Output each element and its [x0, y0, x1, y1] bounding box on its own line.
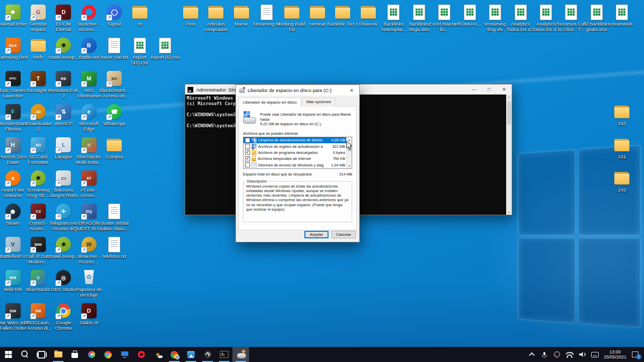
desktop-icon[interactable]: ✱↗crawli.seosp...	[51, 236, 76, 267]
desktop-icon[interactable]: ≡↗BlueStacks	[26, 269, 50, 301]
desktop-icon[interactable]: Papelera de reciclaje	[76, 269, 101, 301]
desktop-icon[interactable]: ⇅↗WinSCP	[51, 104, 76, 135]
desktop-icon[interactable]: 242	[610, 170, 634, 201]
tab-liberador-de-espacio[interactable]: Liberador de espacio en disco	[238, 98, 301, 107]
desktop-icon[interactable]: ◯↗Signal	[102, 4, 127, 35]
desktop-icon[interactable]: Excel maestro lin...	[432, 4, 457, 35]
cleanup-item-row[interactable]: ✓Archivos de programa descargados0 bytes	[244, 149, 346, 155]
taskbar-obs-studio[interactable]	[199, 347, 216, 362]
tray-keyboard-icon[interactable]	[591, 351, 599, 358]
cancelar-button[interactable]: Cancelar	[332, 231, 356, 238]
desktop-icon[interactable]: EPIC↗Epic Games Launcher	[1, 70, 25, 102]
desktop-icon[interactable]: DeX↗Samsung DeX	[1, 37, 25, 68]
taskbar-paint-3d[interactable]	[83, 347, 100, 362]
cmd-scroll-up-icon[interactable]: ▲	[508, 96, 510, 99]
desktop-icon[interactable]: Yo	[127, 4, 152, 35]
desktop-icon[interactable]: B↗Battle.net	[76, 37, 101, 68]
desktop-icon[interactable]: Analytics Todos los d...	[533, 4, 558, 35]
desktop-icon[interactable]: ◎↗OBS Studio	[51, 269, 76, 301]
cmd-scroll-down-icon[interactable]: ▼	[508, 211, 510, 214]
desktop-icon[interactable]: ROMUAL...	[457, 4, 482, 35]
desktop-icon[interactable]: BD↗BlackDesert... - Acceso dir...	[102, 70, 127, 102]
desktop-icon[interactable]: W↗Wow.exe - Acceso ...	[76, 236, 101, 267]
desktop-icon[interactable]: C3↗Crysis3 - Acces...	[26, 203, 50, 234]
taskbar-task-view[interactable]	[33, 347, 50, 362]
action-center-icon[interactable]: 2	[631, 351, 639, 358]
desktop-icon[interactable]: ≡↗BlueStacks Multi-Insta...	[76, 137, 101, 168]
item-checkbox[interactable]: ✓	[245, 156, 250, 161]
desktop-icon[interactable]: hrefs	[26, 37, 50, 68]
taskbar-google-chrome[interactable]	[100, 347, 116, 362]
tray-network-icon[interactable]	[566, 351, 574, 358]
item-checkbox[interactable]	[245, 138, 250, 143]
desktop-icon[interactable]: ◉↗Steam	[1, 203, 25, 234]
taskbar-start[interactable]	[0, 347, 17, 362]
tray-volume-icon[interactable]	[579, 351, 586, 358]
desktop-icon[interactable]: ▭↗Batocera Juegos Retro	[51, 170, 76, 201]
cleanup-item-row[interactable]: Archivos de registro de actualización d.…	[244, 143, 346, 149]
desktop-icon[interactable]: Articulos comprados	[204, 4, 228, 35]
tab-mas-opciones[interactable]: Más opciones	[302, 98, 336, 107]
desktop-icon[interactable]: G↗Genshin Impact	[26, 4, 50, 35]
desktop-icon[interactable]: telefono.txt	[102, 236, 127, 267]
desktop-icon[interactable]: DB↗DBOGLaun... - Acceso di...	[26, 303, 50, 334]
desktop-icon[interactable]: F↗Wondershare Filmora	[1, 104, 25, 135]
desktop-icon[interactable]: Analytics Todos los d...	[508, 4, 533, 35]
desktop-icon[interactable]: Streaming.txt	[255, 4, 279, 35]
desktop-icon[interactable]: JD↗JDownloader 2	[26, 104, 50, 135]
desktop-icon[interactable]: export (41).csv	[127, 37, 152, 68]
desktop-icon[interactable]: Linking Build FB	[280, 4, 304, 35]
desktop-icon[interactable]: e↗Microsoft Edge	[76, 104, 101, 135]
taskbar-disk-cleanup[interactable]	[232, 347, 249, 362]
dialog-titlebar[interactable]: Liberador de espacio en disco para (C:) …	[236, 85, 359, 96]
desktop-icon[interactable]: D↗DOOM Eternal	[51, 4, 76, 35]
desktop-icon[interactable]: ✱↗Screaming Frog SE...	[26, 170, 50, 201]
desktop-icon[interactable]: ✈↗Telegram.exe - Acceso di...	[51, 203, 76, 234]
desktop-icon[interactable]: 241	[610, 137, 634, 168]
desktop-icon[interactable]: V↗Battlefield V	[1, 236, 25, 267]
desktop-icon[interactable]: export (6).csv	[153, 37, 178, 68]
tray-recording-icon[interactable]	[553, 351, 561, 358]
cmd-minimize-button[interactable]: —	[466, 84, 481, 95]
desktop-icon[interactable]: ❖↗balenaEtcher	[1, 4, 25, 35]
desktop-icon[interactable]: ✱↗crawli.seosp...	[51, 37, 76, 68]
desktop-icon[interactable]: hacer cue.txt	[102, 37, 127, 68]
desktop-icon[interactable]: screaming frog.xls	[483, 4, 508, 35]
desktop-icon[interactable]: SD↗SD Card Formatter	[26, 137, 50, 168]
taskbar-file-explorer[interactable]	[50, 347, 66, 362]
desktop-icon[interactable]: RE↗Resident Evil 2	[51, 70, 76, 102]
desktop-icon[interactable]: 243	[610, 104, 634, 135]
taskbar-chrome-app[interactable]	[166, 347, 183, 362]
item-checkbox[interactable]	[245, 162, 250, 167]
taskbar-opera[interactable]	[133, 347, 149, 362]
desktop-icon[interactable]: DQ↗DRAGON QUEST XI E...	[76, 203, 101, 234]
dialog-close-button[interactable]: ✕	[344, 85, 359, 96]
desktop-icon[interactable]: cluster orbital editor clasic...	[102, 203, 127, 234]
cmd-close-button[interactable]: ✕	[497, 84, 512, 95]
cleanup-item-row[interactable]: Informes de errores de Windows y diag...…	[244, 162, 346, 168]
desktop-icon[interactable]: WR↗Wild Rift	[1, 269, 25, 301]
desktop-icon[interactable]: H↗Horizon Zero Dawn	[1, 137, 25, 168]
taskbar-search[interactable]	[17, 347, 33, 362]
desktop-icon[interactable]: Compra	[102, 137, 127, 168]
list-scroll-down-icon[interactable]: ▼	[348, 164, 351, 167]
desktop-icon[interactable]: M↗MSI Afterburner	[76, 70, 101, 102]
desktop-icon[interactable]: Backlink Tier 1	[331, 4, 355, 35]
cmd-maximize-button[interactable]: □	[481, 84, 497, 95]
desktop-icon[interactable]: T↗Torchlight II	[26, 70, 50, 102]
item-checkbox[interactable]	[245, 144, 250, 149]
cleanup-item-row[interactable]: ✓Archivos temporales de Internet750 KB	[244, 156, 346, 162]
taskbar-microsoft-store[interactable]	[66, 347, 83, 362]
cleanup-file-list[interactable]: Limpieza de actualizaciones de Windo...4…	[243, 137, 352, 169]
desktop-icon[interactable]: AT↗AT.exe - Acces...	[76, 170, 101, 201]
cmd-scrollbar[interactable]: ▲ ▼	[506, 95, 512, 215]
desktop-icon[interactable]: Post	[178, 4, 203, 35]
desktop-icon[interactable]: SW↗Star Wars Jedi Fallen Order	[1, 303, 25, 334]
desktop-icon[interactable]: caminar	[305, 4, 330, 35]
desktop-icon[interactable]: L↗Laragon	[51, 137, 76, 168]
tray-chevron-up-icon[interactable]	[528, 351, 536, 358]
desktop-icon[interactable]: Mame	[229, 4, 254, 35]
item-checkbox[interactable]: ✓	[245, 150, 250, 155]
cleanup-item-row[interactable]: Limpieza de actualizaciones de Windo...4…	[244, 137, 346, 143]
taskbar-weather[interactable]	[149, 347, 166, 362]
